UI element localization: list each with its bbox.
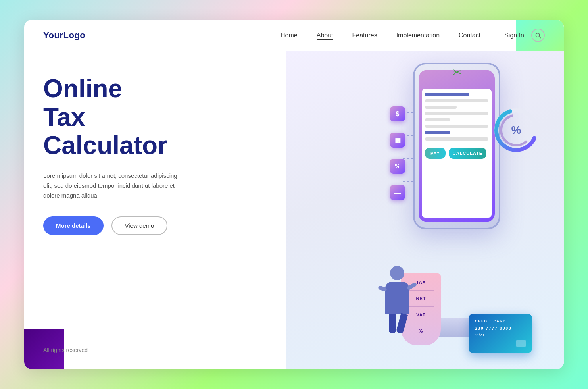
person-figure bbox=[385, 266, 409, 333]
logo: YourLogo bbox=[43, 30, 85, 40]
nav-link-implementation[interactable]: Implementation bbox=[396, 32, 440, 39]
svg-line-1 bbox=[539, 37, 541, 38]
phone-buttons: PAY CALCULATE bbox=[425, 148, 488, 159]
nav-link-home[interactable]: Home bbox=[281, 32, 298, 39]
nav-link-contact[interactable]: Contact bbox=[459, 32, 480, 39]
card-label: CREDIT CARD bbox=[475, 319, 526, 323]
nav-item-contact[interactable]: Contact bbox=[459, 32, 480, 39]
card-expiry: 11/20 bbox=[475, 333, 526, 337]
phone-device: ✂ PAY CALCULATE bbox=[413, 63, 500, 229]
phone-line-5 bbox=[425, 118, 450, 121]
nav-right: Sign In bbox=[504, 29, 545, 42]
page-container: YourLogo Home About Features Implementat… bbox=[24, 20, 564, 369]
phone-screen: PAY CALCULATE bbox=[419, 70, 495, 222]
receipt-item-percent: % bbox=[419, 329, 423, 333]
hero-subtitle: Lorem ipsum dolor sit amet, consectetur … bbox=[43, 171, 186, 200]
person-legs bbox=[385, 314, 409, 333]
person-leg-right bbox=[396, 313, 408, 334]
card-chip bbox=[516, 340, 526, 347]
receipt-item-tax: TAX bbox=[416, 280, 426, 285]
phone-line-1 bbox=[425, 93, 469, 96]
phone-line-7 bbox=[425, 131, 450, 134]
left-panel: Online Tax Calculator Lorem ipsum dolor … bbox=[24, 51, 215, 369]
nav-item-about[interactable]: About bbox=[317, 32, 333, 39]
main-content: Online Tax Calculator Lorem ipsum dolor … bbox=[24, 51, 564, 369]
view-demo-button[interactable]: View demo bbox=[111, 216, 168, 235]
person-head bbox=[390, 266, 404, 280]
dollar-icon: $ bbox=[390, 106, 405, 121]
calendar-icon: ▦ bbox=[390, 133, 405, 148]
footer-copyright: All rights reserved bbox=[43, 347, 196, 353]
phone-screen-inner: PAY CALCULATE bbox=[422, 89, 492, 218]
person-leg-left bbox=[389, 314, 396, 333]
pay-button[interactable]: PAY bbox=[425, 148, 446, 159]
navbar: YourLogo Home About Features Implementat… bbox=[24, 20, 564, 51]
card-number: 230 7777 0000 bbox=[475, 326, 526, 331]
cta-buttons: More details View demo bbox=[43, 216, 196, 235]
phone-line-8 bbox=[425, 137, 488, 141]
receipt-divider-3 bbox=[407, 323, 434, 323]
scissors-icon: ✂ bbox=[452, 66, 461, 79]
right-panel: $ ▦ % ▬ ✂ bbox=[215, 51, 564, 369]
percent-chart: % bbox=[492, 106, 540, 154]
percent-symbol: % bbox=[511, 124, 521, 137]
hero-title: Online Tax Calculator bbox=[43, 75, 196, 160]
phone-line-4 bbox=[425, 112, 488, 115]
search-icon[interactable] bbox=[531, 29, 545, 42]
nav-item-implementation[interactable]: Implementation bbox=[396, 32, 440, 39]
nav-links: Home About Features Implementation Conta… bbox=[281, 32, 480, 39]
nav-item-features[interactable]: Features bbox=[352, 32, 377, 39]
sign-in-link[interactable]: Sign In bbox=[504, 32, 524, 39]
more-details-button[interactable]: More details bbox=[43, 216, 104, 235]
phone-line-6 bbox=[425, 125, 488, 128]
floating-icons: $ ▦ % ▬ bbox=[390, 106, 405, 200]
nav-link-features[interactable]: Features bbox=[352, 32, 377, 39]
calculate-button[interactable]: CALCULATE bbox=[449, 148, 486, 159]
percent-icon: % bbox=[390, 159, 405, 174]
hero-section: Online Tax Calculator Lorem ipsum dolor … bbox=[43, 75, 196, 259]
receipt-item-vat: VAT bbox=[416, 312, 425, 317]
nav-item-home[interactable]: Home bbox=[281, 32, 298, 39]
receipt-divider-1 bbox=[407, 290, 434, 291]
receipt-item-net: NET bbox=[416, 296, 426, 301]
card-icon: ▬ bbox=[390, 185, 405, 200]
nav-link-about[interactable]: About bbox=[317, 32, 333, 40]
credit-card: CREDIT CARD 230 7777 0000 11/20 bbox=[469, 314, 532, 353]
phone-line-2 bbox=[425, 99, 488, 102]
receipt-divider-2 bbox=[407, 306, 434, 307]
person-body bbox=[385, 282, 409, 314]
phone-line-3 bbox=[425, 106, 457, 109]
